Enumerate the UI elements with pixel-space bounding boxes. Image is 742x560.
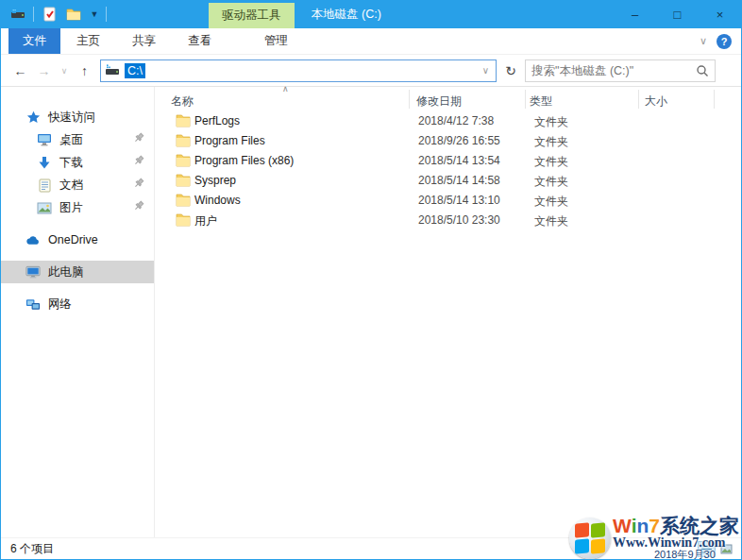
folder-icon xyxy=(176,133,191,147)
column-separator[interactable] xyxy=(638,90,639,109)
address-dropdown-icon[interactable]: ∨ xyxy=(478,65,494,76)
tab-home[interactable]: 主页 xyxy=(60,28,116,54)
folder-icon xyxy=(176,212,191,227)
maximize-button[interactable]: □ xyxy=(656,0,699,28)
sidebar-item-pictures[interactable]: 图片 xyxy=(1,196,154,219)
file-type: 文件夹 xyxy=(534,174,568,190)
sidebar-item-documents[interactable]: 文档 xyxy=(1,174,154,196)
column-separator[interactable] xyxy=(525,90,526,109)
file-name: Sysprep xyxy=(194,174,236,187)
sidebar-item-label: 图片 xyxy=(59,200,83,216)
file-date: 2018/9/26 16:55 xyxy=(418,134,500,147)
tab-view[interactable]: 查看 xyxy=(172,28,228,54)
sidebar-gap xyxy=(1,251,154,261)
sidebar-item-label: 文档 xyxy=(59,178,83,194)
collapse-ribbon-icon[interactable]: ∨ xyxy=(700,35,707,47)
sidebar-item-quick-access[interactable]: 快速访问 xyxy=(1,106,154,128)
drive-icon[interactable] xyxy=(8,5,27,24)
content-area: 快速访问 桌面 下载 文档 xyxy=(1,87,741,537)
file-type: 文件夹 xyxy=(534,213,568,229)
sidebar-gap xyxy=(1,283,154,293)
quick-access-toolbar: ▼ xyxy=(1,5,107,24)
address-path-selected-text: C:\ xyxy=(125,63,145,78)
sidebar-item-onedrive[interactable]: OneDrive xyxy=(1,229,154,251)
window-controls: – □ × xyxy=(614,0,741,28)
window-title: 本地磁盘 (C:) xyxy=(312,7,381,23)
file-date: 2018/5/14 14:58 xyxy=(418,174,500,187)
column-separator[interactable] xyxy=(714,90,715,109)
help-icon[interactable]: ? xyxy=(717,34,732,49)
folder-icon xyxy=(176,173,191,187)
minimize-button[interactable]: – xyxy=(614,0,656,28)
file-name: PerfLogs xyxy=(194,114,240,127)
explorer-window: ▼ 驱动器工具 本地磁盘 (C:) – □ × 文件 主页 共享 查看 管理 ∨… xyxy=(0,0,742,560)
sidebar-item-label: 此电脑 xyxy=(48,264,84,280)
sidebar-item-label: OneDrive xyxy=(48,233,98,246)
thumbnails-view-button[interactable] xyxy=(717,541,735,557)
pin-icon xyxy=(133,200,144,212)
qat-dropdown-icon[interactable]: ▼ xyxy=(89,9,100,19)
new-folder-icon[interactable] xyxy=(64,5,83,24)
sidebar-item-this-pc[interactable]: 此电脑 xyxy=(1,261,154,283)
ribbon-right-controls: ∨ ? xyxy=(700,28,741,54)
file-type: 文件夹 xyxy=(534,134,568,150)
pin-icon xyxy=(133,132,144,144)
column-header-name[interactable]: 名称 xyxy=(171,93,194,110)
file-name: Program Files xyxy=(194,134,265,147)
column-header-size[interactable]: 大小 xyxy=(645,93,667,110)
file-row-program-files-x86[interactable]: Program Files (x86) 2018/5/14 13:54 文件夹 xyxy=(155,151,741,171)
properties-icon[interactable] xyxy=(40,5,59,24)
star-icon xyxy=(25,110,41,125)
file-name: Program Files (x86) xyxy=(194,154,294,167)
column-separator[interactable] xyxy=(409,90,410,109)
search-icon[interactable] xyxy=(696,64,709,77)
document-icon xyxy=(37,178,52,193)
toolbar-separator xyxy=(33,7,34,22)
this-pc-icon xyxy=(25,264,41,280)
pin-icon xyxy=(133,155,144,166)
column-header-type[interactable]: 类型 xyxy=(530,93,552,110)
contextual-tab-drive-tools[interactable]: 驱动器工具 xyxy=(209,3,295,28)
file-row-program-files[interactable]: Program Files 2018/9/26 16:55 文件夹 xyxy=(155,131,741,151)
file-name: Windows xyxy=(194,194,241,207)
recent-locations-dropdown-icon[interactable]: ∨ xyxy=(56,59,73,82)
ribbon-tab-row: 文件 主页 共享 查看 管理 ∨ ? xyxy=(1,28,741,55)
sort-ascending-icon: ∧ xyxy=(282,84,289,93)
file-name: 用户 xyxy=(194,213,217,229)
forward-button[interactable]: → xyxy=(32,59,56,82)
file-type: 文件夹 xyxy=(534,114,568,130)
download-icon xyxy=(37,155,52,170)
file-date: 2018/5/10 23:30 xyxy=(418,213,500,227)
sidebar-item-label: 下载 xyxy=(59,155,83,171)
refresh-icon[interactable]: ↻ xyxy=(499,59,522,82)
tab-file[interactable]: 文件 xyxy=(8,28,60,54)
file-list-pane: ∧ 名称 修改日期 类型 大小 PerfLogs 2018/4/12 7:38 … xyxy=(155,87,741,537)
file-row-perflogs[interactable]: PerfLogs 2018/4/12 7:38 文件夹 xyxy=(155,111,741,131)
sidebar-item-network[interactable]: 网络 xyxy=(1,293,154,315)
pictures-icon xyxy=(37,200,52,215)
tab-share[interactable]: 共享 xyxy=(116,28,172,54)
address-bar-input[interactable]: C:\ ∨ xyxy=(100,59,497,82)
sidebar-item-label: 桌面 xyxy=(59,132,83,148)
back-button[interactable]: ← xyxy=(8,59,32,82)
file-row-sysprep[interactable]: Sysprep 2018/5/14 14:58 文件夹 xyxy=(155,171,741,191)
file-type: 文件夹 xyxy=(534,194,568,210)
network-icon xyxy=(25,297,41,312)
sidebar-item-downloads[interactable]: 下载 xyxy=(1,151,154,174)
folder-icon xyxy=(176,153,191,167)
folder-icon xyxy=(176,113,191,127)
file-row-users[interactable]: 用户 2018/5/10 23:30 文件夹 xyxy=(155,211,741,230)
details-view-button[interactable] xyxy=(698,541,716,557)
column-header-date[interactable]: 修改日期 xyxy=(416,93,462,110)
search-box[interactable] xyxy=(525,59,716,82)
file-row-windows[interactable]: Windows 2018/5/14 13:10 文件夹 xyxy=(155,191,741,211)
file-date: 2018/5/14 13:10 xyxy=(418,194,500,207)
sidebar-item-label: 快速访问 xyxy=(48,110,95,126)
tab-manage[interactable]: 管理 xyxy=(248,28,304,54)
sidebar-item-desktop[interactable]: 桌面 xyxy=(1,128,154,151)
close-button[interactable]: × xyxy=(699,0,741,28)
up-button[interactable]: ↑ xyxy=(73,59,96,82)
column-headers: ∧ 名称 修改日期 类型 大小 xyxy=(155,87,741,111)
file-date: 2018/5/14 13:54 xyxy=(418,154,500,167)
search-input[interactable] xyxy=(531,64,696,77)
